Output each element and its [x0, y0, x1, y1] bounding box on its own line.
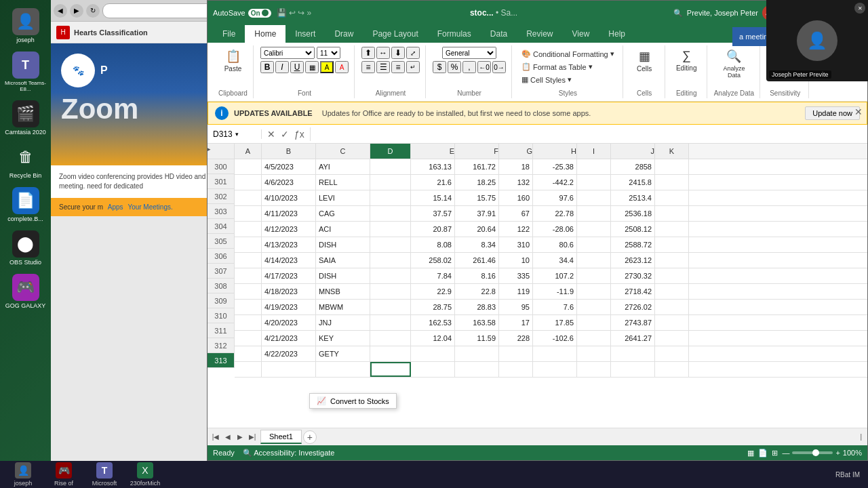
cell-J306[interactable]: 2623.12 — [611, 253, 655, 268]
cell-J313[interactable] — [611, 362, 655, 377]
cells-button[interactable]: ▦ Cells — [632, 47, 656, 75]
cell-H309[interactable]: 7.6 — [533, 300, 577, 314]
cell-H313[interactable] — [533, 362, 577, 377]
cell-J304[interactable]: 2508.12 — [611, 222, 655, 237]
cell-F300[interactable]: 161.72 — [455, 159, 499, 174]
zoom-apps-link[interactable]: Apps — [108, 203, 123, 211]
cell-I309[interactable] — [577, 300, 611, 314]
tab-insert[interactable]: Insert — [285, 25, 325, 43]
cell-I306[interactable] — [577, 253, 611, 268]
cell-B310[interactable]: 4/20/2023 — [262, 315, 316, 330]
video-close-button[interactable]: ✕ — [854, 3, 865, 14]
cell-G309[interactable]: 95 — [499, 300, 533, 314]
convert-to-stocks-popup[interactable]: 📈Convert to Stocks — [309, 393, 397, 409]
wrap-text-button[interactable]: ↵ — [406, 61, 420, 73]
zoom-out-button[interactable]: — — [782, 449, 789, 457]
cell-B312[interactable]: 4/22/2023 — [262, 346, 316, 361]
cell-B307[interactable]: 4/17/2023 — [262, 268, 316, 283]
cell-E305[interactable]: 8.08 — [411, 237, 455, 252]
font-size-select[interactable]: 11 — [317, 47, 340, 59]
sidebar-item-recycle[interactable]: 🗑 Recycle Bin — [3, 141, 47, 182]
fill-color-button[interactable]: A — [320, 61, 334, 73]
align-middle-button[interactable]: ↔ — [376, 47, 390, 59]
cell-D308[interactable] — [370, 284, 411, 299]
insert-function-button[interactable]: ƒx — [293, 127, 306, 141]
cell-C302[interactable]: LEVI — [316, 190, 370, 205]
cell-G307[interactable]: 335 — [499, 268, 533, 283]
browser-back[interactable]: ◀ — [54, 4, 67, 18]
cell-F313[interactable] — [455, 362, 499, 377]
cell-J300[interactable]: 2858 — [611, 159, 655, 174]
cell-F305[interactable]: 8.34 — [455, 237, 499, 252]
cell-G306[interactable]: 10 — [499, 253, 533, 268]
cell-F307[interactable]: 8.16 — [455, 268, 499, 283]
cell-E301[interactable]: 21.6 — [411, 175, 455, 190]
cell-D302[interactable] — [370, 190, 411, 205]
cell-H302[interactable]: 97.6 — [533, 190, 577, 205]
sidebar-item-gog[interactable]: 🎮 GOG GALAXY — [3, 271, 47, 312]
cell-D306[interactable] — [370, 253, 411, 268]
cell-G300[interactable]: 18 — [499, 159, 533, 174]
cell-A300[interactable] — [235, 159, 262, 174]
cell-B300[interactable]: 4/5/2023 — [262, 159, 316, 174]
cell-D304[interactable] — [370, 222, 411, 237]
cell-I308[interactable] — [577, 284, 611, 299]
cell-H312[interactable] — [533, 346, 577, 361]
taskbar-item-microsoft[interactable]: T Microsoft — [84, 462, 125, 487]
update-now-button[interactable]: Update now — [805, 106, 860, 120]
cell-D309[interactable] — [370, 300, 411, 314]
cell-F312[interactable] — [455, 346, 499, 361]
sheet-tab-sheet1[interactable]: Sheet1 — [260, 430, 302, 444]
cell-E311[interactable]: 12.04 — [411, 331, 455, 346]
cell-J301[interactable]: 2415.8 — [611, 175, 655, 190]
col-header-C[interactable]: C — [316, 144, 370, 159]
cell-G310[interactable]: 17 — [499, 315, 533, 330]
cell-J312[interactable] — [611, 346, 655, 361]
col-header-E[interactable]: E — [411, 144, 455, 159]
conditional-formatting-button[interactable]: 🎨 Conditional Formatting ▾ — [519, 48, 617, 60]
cell-F308[interactable]: 22.8 — [455, 284, 499, 299]
cell-B301[interactable]: 4/6/2023 — [262, 175, 316, 190]
cell-K304[interactable] — [655, 222, 689, 237]
cell-styles-button[interactable]: ▦ Cell Styles ▾ — [519, 74, 617, 85]
select-all-icon[interactable]: ▸ — [208, 146, 211, 152]
cell-A302[interactable] — [235, 190, 262, 205]
cell-C308[interactable]: MNSB — [316, 284, 370, 299]
cell-ref-dropdown[interactable]: ▾ — [235, 131, 239, 138]
italic-button[interactable]: I — [275, 61, 289, 73]
comma-button[interactable]: , — [462, 61, 476, 73]
cell-G303[interactable]: 67 — [499, 206, 533, 221]
cell-J302[interactable]: 2513.4 — [611, 190, 655, 205]
page-break-view-button[interactable]: ⊞ — [772, 449, 778, 458]
cell-B303[interactable]: 4/11/2023 — [262, 206, 316, 221]
cell-C304[interactable]: ACI — [316, 222, 370, 237]
sheet-scroll-prev[interactable]: ◀ — [222, 432, 233, 443]
cell-E302[interactable]: 15.14 — [411, 190, 455, 205]
cell-I303[interactable] — [577, 206, 611, 221]
tab-view[interactable]: View — [563, 25, 599, 43]
cell-H300[interactable]: -25.38 — [533, 159, 577, 174]
cell-J309[interactable]: 2726.02 — [611, 300, 655, 314]
font-family-select[interactable]: Calibri — [260, 47, 315, 59]
zoom-slider[interactable] — [792, 451, 833, 454]
cell-E304[interactable]: 20.87 — [411, 222, 455, 237]
cell-K307[interactable] — [655, 268, 689, 283]
cell-K311[interactable] — [655, 331, 689, 346]
cell-reference-box[interactable]: D313 ▾ — [208, 129, 262, 139]
cell-C309[interactable]: MBWM — [316, 300, 370, 314]
cell-A301[interactable] — [235, 175, 262, 190]
tab-draw[interactable]: Draw — [325, 25, 363, 43]
cell-B306[interactable]: 4/14/2023 — [262, 253, 316, 268]
cell-A306[interactable] — [235, 253, 262, 268]
browser-refresh[interactable]: ↻ — [86, 4, 100, 18]
cell-D311[interactable] — [370, 331, 411, 346]
paste-button[interactable]: 📋 Paste — [221, 47, 245, 75]
cell-D305[interactable] — [370, 237, 411, 252]
cell-F306[interactable]: 261.46 — [455, 253, 499, 268]
cell-B309[interactable]: 4/19/2023 — [262, 300, 316, 314]
col-header-D[interactable]: D — [370, 144, 411, 159]
col-header-H[interactable]: H — [533, 144, 577, 159]
cell-C312[interactable]: GETY — [316, 346, 370, 361]
cancel-formula-button[interactable]: ✕ — [266, 127, 277, 141]
corner-cell[interactable]: ▸ — [208, 144, 235, 159]
